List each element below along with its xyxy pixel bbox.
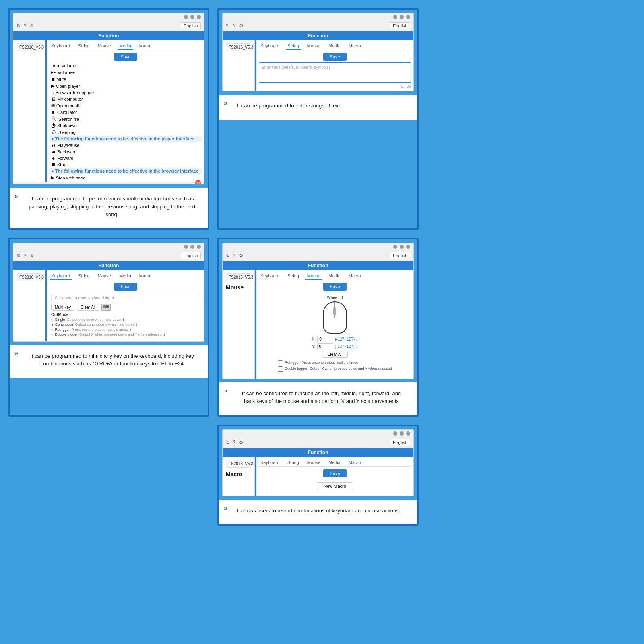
help-icon[interactable]: ?	[233, 253, 236, 258]
help-icon[interactable]: ?	[233, 23, 236, 29]
minimize-icon[interactable]	[184, 15, 188, 19]
tab-mouse[interactable]: Mouse	[305, 272, 322, 280]
device-label[interactable]: FS2016_V5.3	[17, 273, 42, 281]
tab-keyboard[interactable]: Keyboard	[259, 43, 281, 50]
tab-keyboard[interactable]: Keyboard	[50, 43, 72, 50]
retrigger-checkbox[interactable]	[278, 360, 283, 365]
refresh-icon[interactable]: ↻	[17, 253, 21, 258]
language-select[interactable]: English	[181, 22, 201, 29]
list-item[interactable]: 🖥My computer	[50, 96, 202, 102]
close-icon[interactable]	[197, 245, 201, 249]
help-icon[interactable]: ?	[24, 23, 27, 29]
device-label[interactable]: FS2016_V5.3	[226, 273, 251, 281]
settings-icon[interactable]: ⚙	[30, 23, 34, 29]
keyboard-save-button[interactable]: Save	[114, 283, 137, 291]
list-item[interactable]: ▶Open player	[50, 83, 202, 89]
list-item[interactable]: ⏹Stop	[50, 161, 202, 168]
tab-string[interactable]: String	[76, 272, 91, 280]
keyboard-input[interactable]: Click here to read keyboard input	[51, 294, 200, 302]
language-select[interactable]: English	[390, 22, 410, 29]
list-item[interactable]: ⏭Forward	[50, 155, 202, 161]
media-save-button[interactable]: Save	[114, 53, 137, 61]
list-item[interactable]: ▶Stop web page	[50, 174, 202, 179]
list-item[interactable]: ⌂Browser homepage	[50, 89, 202, 96]
mouse-save-button[interactable]: Save	[323, 283, 346, 291]
radio-continuous[interactable]: ●	[51, 322, 54, 327]
minimize-icon[interactable]	[184, 245, 188, 249]
tab-macro[interactable]: Macro	[347, 43, 363, 50]
device-label[interactable]: FS2016_V5.3	[226, 460, 251, 468]
tab-mouse[interactable]: Mouse	[96, 272, 113, 280]
help-icon[interactable]: ?	[233, 440, 236, 445]
settings-icon[interactable]: ⚙	[239, 440, 244, 445]
language-select[interactable]: English	[390, 252, 410, 259]
x-input[interactable]	[317, 336, 333, 342]
list-item[interactable]: ✉Open email	[50, 102, 202, 109]
settings-icon[interactable]: ⚙	[239, 253, 244, 258]
maximize-icon[interactable]	[400, 15, 404, 19]
tab-keyboard[interactable]: Keyboard	[50, 272, 72, 280]
list-item[interactable]: 💤Sleeping	[50, 129, 202, 136]
settings-icon[interactable]: ⚙	[239, 23, 244, 29]
device-label[interactable]: FS2016_V5.3	[17, 43, 42, 51]
language-select[interactable]: English	[181, 252, 201, 259]
maximize-icon[interactable]	[190, 245, 194, 249]
tab-macro[interactable]: Macro	[347, 272, 363, 280]
close-icon[interactable]	[406, 245, 410, 249]
refresh-icon[interactable]: ↻	[226, 440, 230, 445]
macro-save-button[interactable]: Save	[323, 469, 346, 477]
string-save-button[interactable]: Save	[323, 53, 346, 61]
maximize-icon[interactable]	[400, 245, 404, 249]
close-icon[interactable]	[197, 15, 201, 19]
tab-media[interactable]: Media	[327, 272, 342, 280]
help-icon[interactable]: ?	[24, 253, 27, 258]
tab-macro[interactable]: Macro	[347, 459, 363, 466]
tab-media[interactable]: Media	[327, 43, 342, 50]
maximize-icon[interactable]	[190, 15, 194, 19]
language-select[interactable]: English	[390, 439, 410, 446]
tab-keyboard[interactable]: Keyboard	[259, 272, 281, 280]
close-icon[interactable]	[406, 15, 410, 19]
list-item[interactable]: 🖩Calculator	[50, 109, 202, 116]
tab-string[interactable]: String	[286, 272, 301, 280]
list-item[interactable]: ◼Mute	[50, 76, 202, 83]
y-input[interactable]	[317, 343, 333, 349]
tab-macro[interactable]: Macro	[138, 43, 153, 50]
tab-string[interactable]: String	[76, 43, 91, 50]
clear-all-button[interactable]: Clear All	[77, 304, 99, 311]
multi-key-button[interactable]: Multi-key	[51, 304, 74, 311]
list-item[interactable]: ⏻Shutdown	[50, 122, 202, 129]
double-trigger-checkbox[interactable]	[278, 366, 283, 372]
refresh-icon[interactable]: ↻	[226, 23, 230, 29]
minimize-icon[interactable]	[393, 431, 397, 436]
list-item[interactable]: ◄◄Volume-	[50, 62, 202, 69]
list-item[interactable]: ▸▸Volume+	[50, 69, 202, 76]
list-item[interactable]: 🔍Search file	[50, 116, 202, 122]
device-label[interactable]: FS2016_V5.3	[226, 43, 251, 51]
tab-mouse[interactable]: Mouse	[96, 43, 113, 50]
minimize-icon[interactable]	[393, 245, 397, 249]
radio-doubletrigger[interactable]: ○	[51, 332, 53, 336]
tab-mouse[interactable]: Mouse	[305, 459, 322, 466]
close-icon[interactable]	[406, 431, 410, 436]
mouse-clear-all-button[interactable]: Clear All	[322, 351, 347, 358]
list-item[interactable]: ⏮Backward	[50, 149, 202, 155]
list-item[interactable]: ⏯Play/Pause	[50, 142, 202, 149]
tab-mouse[interactable]: Mouse	[305, 43, 322, 50]
string-input[interactable]: Enter here (letters, numbers, symbols)	[259, 62, 411, 83]
settings-icon[interactable]: ⚙	[30, 253, 34, 258]
new-macro-button[interactable]: New Macro	[317, 482, 353, 490]
tab-media[interactable]: Media	[118, 272, 133, 280]
tab-media[interactable]: Media	[327, 459, 342, 466]
refresh-icon[interactable]: ↻	[226, 253, 230, 258]
tab-macro[interactable]: Macro	[138, 272, 153, 280]
minimize-icon[interactable]	[393, 15, 397, 19]
tab-string[interactable]: String	[286, 459, 301, 466]
radio-single[interactable]: ○	[51, 318, 53, 322]
radio-retrigger[interactable]: ○	[51, 328, 53, 332]
tab-string[interactable]: String	[286, 43, 301, 50]
refresh-icon[interactable]: ↻	[17, 23, 21, 29]
tab-keyboard[interactable]: Keyboard	[259, 459, 281, 466]
maximize-icon[interactable]	[400, 431, 404, 436]
tab-media[interactable]: Media	[118, 43, 133, 50]
